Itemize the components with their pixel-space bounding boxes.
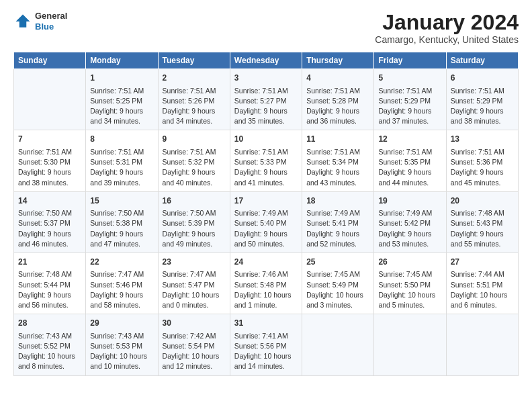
cell-content: Sunrise: 7:44 AM Sunset: 5:51 PM Dayligh… [451,269,514,310]
cell-content: Sunrise: 7:51 AM Sunset: 5:29 PM Dayligh… [451,86,514,127]
page-title: January 2024 [375,11,519,34]
calendar-header: SundayMondayTuesdayWednesdayThursdayFrid… [14,52,519,69]
day-header-thursday: Thursday [302,52,374,69]
calendar-cell: 16Sunrise: 7:50 AM Sunset: 5:39 PM Dayli… [158,191,230,253]
calendar-cell [446,314,518,375]
day-number: 28 [18,318,81,329]
calendar-cell: 29Sunrise: 7:43 AM Sunset: 5:53 PM Dayli… [86,314,158,375]
cell-content: Sunrise: 7:45 AM Sunset: 5:50 PM Dayligh… [378,269,441,310]
calendar-cell: 21Sunrise: 7:48 AM Sunset: 5:44 PM Dayli… [14,253,86,314]
calendar-cell: 23Sunrise: 7:47 AM Sunset: 5:47 PM Dayli… [158,253,230,314]
day-number: 29 [90,318,153,329]
svg-marker-0 [16,14,30,27]
week-row-2: 7Sunrise: 7:51 AM Sunset: 5:30 PM Daylig… [14,130,519,191]
day-number: 1 [90,73,153,84]
cell-content: Sunrise: 7:41 AM Sunset: 5:56 PM Dayligh… [234,331,298,372]
day-number: 12 [378,134,441,145]
day-header-friday: Friday [374,52,446,69]
day-number: 22 [90,257,153,268]
cell-content: Sunrise: 7:51 AM Sunset: 5:33 PM Dayligh… [234,147,298,188]
day-number: 19 [378,195,441,207]
cell-content: Sunrise: 7:48 AM Sunset: 5:43 PM Dayligh… [451,208,514,249]
day-header-wednesday: Wednesday [230,52,302,69]
cell-content: Sunrise: 7:51 AM Sunset: 5:36 PM Dayligh… [451,147,514,188]
calendar-cell: 30Sunrise: 7:42 AM Sunset: 5:54 PM Dayli… [158,314,230,375]
cell-content: Sunrise: 7:51 AM Sunset: 5:31 PM Dayligh… [90,147,153,188]
calendar-cell: 5Sunrise: 7:51 AM Sunset: 5:29 PM Daylig… [374,69,446,130]
header-row: SundayMondayTuesdayWednesdayThursdayFrid… [14,52,519,69]
cell-content: Sunrise: 7:51 AM Sunset: 5:30 PM Dayligh… [18,147,81,188]
day-number: 15 [90,195,153,207]
day-number: 25 [306,257,369,268]
page-header: General Blue January 2024 Camargo, Kentu… [13,11,519,45]
calendar-cell [302,314,374,375]
calendar-cell [14,69,86,130]
calendar-cell: 19Sunrise: 7:49 AM Sunset: 5:42 PM Dayli… [374,191,446,253]
title-block: January 2024 Camargo, Kentucky, United S… [375,11,519,45]
day-number: 2 [163,73,226,84]
cell-content: Sunrise: 7:45 AM Sunset: 5:49 PM Dayligh… [306,269,369,310]
calendar-cell: 4Sunrise: 7:51 AM Sunset: 5:28 PM Daylig… [302,69,374,130]
calendar-cell: 26Sunrise: 7:45 AM Sunset: 5:50 PM Dayli… [374,253,446,314]
day-header-saturday: Saturday [446,52,518,69]
calendar-cell: 20Sunrise: 7:48 AM Sunset: 5:43 PM Dayli… [446,191,518,253]
day-header-tuesday: Tuesday [158,52,230,69]
calendar-cell [374,314,446,375]
cell-content: Sunrise: 7:51 AM Sunset: 5:26 PM Dayligh… [163,86,226,127]
cell-content: Sunrise: 7:47 AM Sunset: 5:46 PM Dayligh… [90,269,153,310]
week-row-4: 21Sunrise: 7:48 AM Sunset: 5:44 PM Dayli… [14,253,519,314]
calendar-cell: 8Sunrise: 7:51 AM Sunset: 5:31 PM Daylig… [86,130,158,191]
day-number: 4 [306,73,369,84]
calendar-cell: 18Sunrise: 7:49 AM Sunset: 5:41 PM Dayli… [302,191,374,253]
calendar-cell: 22Sunrise: 7:47 AM Sunset: 5:46 PM Dayli… [86,253,158,314]
day-number: 11 [306,134,369,145]
calendar-cell: 10Sunrise: 7:51 AM Sunset: 5:33 PM Dayli… [230,130,302,191]
cell-content: Sunrise: 7:42 AM Sunset: 5:54 PM Dayligh… [163,331,226,372]
cell-content: Sunrise: 7:46 AM Sunset: 5:48 PM Dayligh… [234,269,298,310]
cell-content: Sunrise: 7:49 AM Sunset: 5:40 PM Dayligh… [234,208,298,249]
calendar-cell: 14Sunrise: 7:50 AM Sunset: 5:37 PM Dayli… [14,191,86,253]
cell-content: Sunrise: 7:49 AM Sunset: 5:42 PM Dayligh… [378,208,441,249]
cell-content: Sunrise: 7:51 AM Sunset: 5:35 PM Dayligh… [378,147,441,188]
cell-content: Sunrise: 7:51 AM Sunset: 5:28 PM Dayligh… [306,86,369,127]
cell-content: Sunrise: 7:51 AM Sunset: 5:34 PM Dayligh… [306,147,369,188]
day-number: 3 [234,73,298,84]
calendar-cell: 6Sunrise: 7:51 AM Sunset: 5:29 PM Daylig… [446,69,518,130]
calendar-cell: 17Sunrise: 7:49 AM Sunset: 5:40 PM Dayli… [230,191,302,253]
cell-content: Sunrise: 7:47 AM Sunset: 5:47 PM Dayligh… [163,269,226,310]
calendar-body: 1Sunrise: 7:51 AM Sunset: 5:25 PM Daylig… [14,69,519,375]
cell-content: Sunrise: 7:51 AM Sunset: 5:29 PM Dayligh… [378,86,441,127]
day-number: 31 [234,318,298,329]
logo-general: General [35,11,67,21]
cell-content: Sunrise: 7:43 AM Sunset: 5:53 PM Dayligh… [90,331,153,372]
calendar-cell: 28Sunrise: 7:43 AM Sunset: 5:52 PM Dayli… [14,314,86,375]
calendar-cell: 3Sunrise: 7:51 AM Sunset: 5:27 PM Daylig… [230,69,302,130]
day-number: 6 [451,73,514,84]
day-number: 30 [163,318,226,329]
calendar-cell: 24Sunrise: 7:46 AM Sunset: 5:48 PM Dayli… [230,253,302,314]
day-number: 13 [451,134,514,145]
day-number: 8 [90,134,153,145]
day-number: 9 [163,134,226,145]
cell-content: Sunrise: 7:43 AM Sunset: 5:52 PM Dayligh… [18,331,81,372]
calendar-table: SundayMondayTuesdayWednesdayThursdayFrid… [13,52,519,375]
week-row-3: 14Sunrise: 7:50 AM Sunset: 5:37 PM Dayli… [14,191,519,253]
cell-content: Sunrise: 7:49 AM Sunset: 5:41 PM Dayligh… [306,208,369,249]
day-number: 18 [306,195,369,207]
day-number: 5 [378,73,441,84]
cell-content: Sunrise: 7:51 AM Sunset: 5:32 PM Dayligh… [163,147,226,188]
calendar-cell: 7Sunrise: 7:51 AM Sunset: 5:30 PM Daylig… [14,130,86,191]
cell-content: Sunrise: 7:50 AM Sunset: 5:38 PM Dayligh… [90,208,153,249]
day-header-monday: Monday [86,52,158,69]
day-number: 23 [163,257,226,268]
day-number: 17 [234,195,298,207]
day-number: 10 [234,134,298,145]
day-number: 24 [234,257,298,268]
day-number: 16 [163,195,226,207]
calendar-cell: 15Sunrise: 7:50 AM Sunset: 5:38 PM Dayli… [86,191,158,253]
page-subtitle: Camargo, Kentucky, United States [375,34,519,45]
day-number: 20 [451,195,514,207]
calendar-cell: 25Sunrise: 7:45 AM Sunset: 5:49 PM Dayli… [302,253,374,314]
logo: General Blue [13,11,67,32]
calendar-cell: 31Sunrise: 7:41 AM Sunset: 5:56 PM Dayli… [230,314,302,375]
